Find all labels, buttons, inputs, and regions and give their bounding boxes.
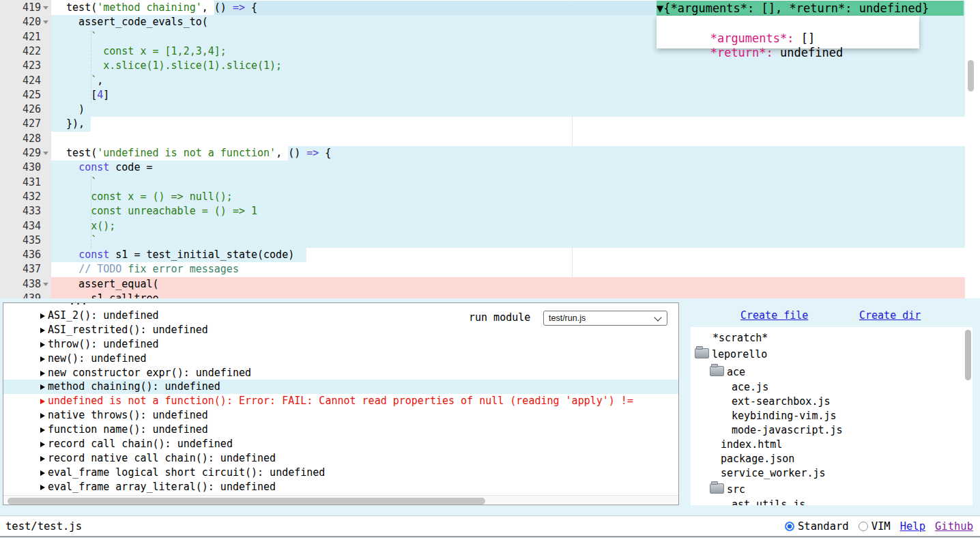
code-line-429[interactable]: test('undefined is not a function', () =… [0, 146, 965, 160]
value-inspector-header[interactable]: ▼{*arguments*: [], *return*: undefined} [657, 1, 964, 16]
code-line-437[interactable]: // TODO fix error messages [0, 262, 965, 277]
code-token: x(); [54, 220, 115, 232]
tree-file-ext-searchbox.js[interactable]: ext-searchbox.js [691, 394, 972, 409]
code-line-text: }), [54, 117, 85, 131]
code-line-430[interactable]: const code = [0, 160, 965, 175]
tree-file-ast_utils.js[interactable]: ast_utils.js [691, 497, 972, 505]
code-line-text: ) [54, 102, 85, 117]
results-scrollbar-thumb[interactable] [8, 498, 485, 505]
code-line-425[interactable]: [4] [0, 88, 965, 102]
test-result-item[interactable]: throw(): undefined [3, 337, 679, 352]
code-line-text: assert_equal( [54, 277, 159, 292]
test-result-item[interactable]: record native call chain(): undefined [3, 451, 679, 466]
code-line-438[interactable]: assert_equal( [0, 277, 965, 292]
code-line-text: [4] [54, 88, 109, 102]
create-file-link[interactable]: Create file [740, 309, 808, 322]
fold-arrow-icon[interactable] [43, 20, 48, 24]
code-line-432[interactable]: const x = () => null(); [0, 190, 965, 204]
code-line-426[interactable]: ) [0, 102, 965, 117]
expand-arrow-icon[interactable] [40, 384, 45, 390]
code-line-text: assert_code_evals_to( [54, 15, 208, 29]
tree-file-index.html[interactable]: index.html [691, 437, 972, 452]
tree-file-mode-javascript.js[interactable]: mode-javascript.js [691, 423, 972, 438]
test-result-item[interactable]: eval_frame logical short circuit(): unde… [3, 466, 679, 480]
gutter-line-423: 423 [0, 59, 51, 74]
tree-file-*scratch*[interactable]: *scratch* [691, 330, 972, 345]
fold-arrow-icon[interactable] [43, 283, 48, 286]
radio-standard-icon[interactable] [785, 522, 794, 531]
github-link[interactable]: Github [935, 520, 973, 533]
expand-arrow-icon[interactable] [40, 371, 45, 376]
current-file-path: test/test.js [5, 520, 82, 533]
code-line-428[interactable] [0, 132, 965, 146]
expand-arrow-icon[interactable] [40, 328, 45, 333]
tree-file-ace.js[interactable]: ace.js [691, 380, 972, 395]
keybinding-vim-option[interactable]: VIM [859, 520, 891, 533]
expand-arrow-icon[interactable] [40, 356, 45, 362]
expand-arrow-icon[interactable] [40, 399, 45, 404]
test-result-item[interactable]: ... [3, 302, 679, 309]
tree-file-keybinding-vim.js[interactable]: keybinding-vim.js [691, 408, 972, 423]
results-horizontal-scrollbar[interactable] [3, 495, 678, 505]
code-line-436[interactable]: const s1 = test_initial_state(code) [0, 248, 965, 262]
code-token: ] [103, 89, 109, 101]
expand-arrow-icon[interactable] [40, 313, 45, 319]
tree-folder-ace[interactable]: ace [691, 365, 972, 380]
fold-arrow-icon[interactable] [43, 6, 48, 10]
help-link[interactable]: Help [900, 520, 925, 533]
radio-vim-icon[interactable] [859, 522, 868, 531]
code-line-423[interactable]: x.slice(1).slice(1).slice(1); [0, 59, 965, 73]
code-token: fix error messages [121, 263, 239, 275]
create-dir-link[interactable]: Create dir [859, 309, 921, 322]
test-result-item[interactable]: method chaining(): undefined [3, 380, 679, 394]
fold-arrow-icon[interactable] [43, 152, 48, 155]
file-tree-scrollbar[interactable] [965, 330, 971, 380]
code-token: { [319, 147, 331, 159]
code-line-text: const code = [54, 160, 153, 175]
code-line-text: // TODO fix error messages [54, 262, 239, 277]
code-line-427[interactable]: }), [0, 117, 965, 131]
keybinding-standard-option[interactable]: Standard [785, 520, 849, 533]
test-result-item[interactable]: record call chain(): undefined [3, 437, 679, 451]
test-result-item[interactable]: new constructor expr(): undefined [3, 366, 679, 380]
tree-folder-src[interactable]: src [691, 482, 972, 497]
test-result-item[interactable]: function name(): undefined [3, 423, 679, 437]
code-token: test( [54, 147, 97, 159]
run-module-select[interactable]: test/run.js [543, 311, 667, 326]
test-result-item[interactable]: eval_frame array_literal(): undefined [3, 480, 679, 494]
test-result-item[interactable]: native throws(): undefined [3, 408, 679, 423]
code-token: 'method chaining' [97, 1, 202, 14]
test-result-item[interactable]: new(): undefined [3, 352, 679, 366]
tooltip-entry-arguments[interactable]: *arguments*: [] [661, 17, 919, 31]
tree-file-package.json[interactable]: package.json [691, 451, 972, 466]
gutter-line-420: 420 [0, 15, 51, 30]
expand-arrow-icon[interactable] [40, 470, 45, 476]
gutter-line-428: 428 [0, 132, 51, 147]
expand-arrow-icon[interactable] [40, 456, 45, 462]
code-line-433[interactable]: const unreachable = () => 1 [0, 204, 965, 218]
editor-vertical-scrollbar[interactable] [968, 60, 974, 91]
run-module-label: run module [469, 311, 530, 324]
code-line-424[interactable]: `, [0, 74, 965, 88]
expand-arrow-icon[interactable] [40, 442, 45, 447]
tooltip-value: undefined [780, 46, 843, 59]
tooltip-value: [] [801, 31, 815, 45]
gutter-line-439: 439 [0, 292, 51, 298]
expand-arrow-icon[interactable] [40, 485, 45, 490]
indent-guide [91, 175, 91, 248]
code-line-435[interactable]: ` [0, 233, 965, 248]
expand-arrow-icon[interactable] [40, 413, 45, 419]
file-panel-header: Create file Create dir [691, 302, 972, 327]
expand-arrow-icon[interactable] [40, 342, 45, 348]
code-line-434[interactable]: x(); [0, 219, 965, 233]
value-inspector-body: *arguments*: [] *return*: undefined [657, 16, 919, 48]
radio-standard-label: Standard [798, 520, 849, 533]
gutter-line-438: 438 [0, 277, 51, 292]
expand-arrow-icon[interactable] [40, 427, 45, 433]
code-line-431[interactable]: ` [0, 175, 965, 190]
tree-folder-leporello[interactable]: leporello [691, 347, 972, 362]
tree-file-service_worker.js[interactable]: service_worker.js [691, 466, 972, 481]
test-result-item[interactable]: undefined is not a function(): Error: FA… [3, 394, 679, 408]
code-line-439[interactable]: s1.calltree ... [0, 292, 965, 298]
code-token [54, 161, 78, 173]
